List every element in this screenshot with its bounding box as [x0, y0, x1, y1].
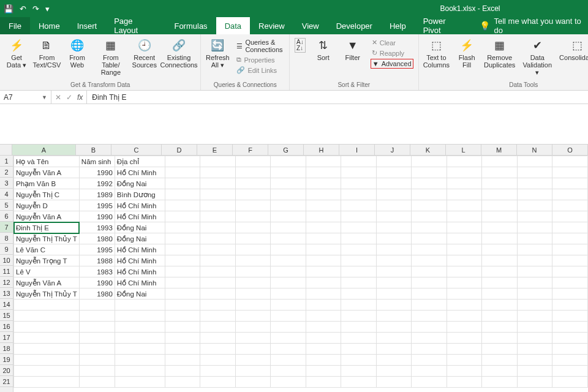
cell-O21[interactable] [552, 377, 588, 388]
cell-L14[interactable] [447, 300, 482, 311]
row-header-2[interactable]: 2 [0, 167, 13, 178]
cell-K14[interactable] [412, 300, 447, 311]
cell-E8[interactable] [200, 233, 236, 244]
row-header-18[interactable]: 18 [0, 343, 13, 354]
cell-A11[interactable]: Lê V [14, 266, 80, 277]
cell-E10[interactable] [200, 255, 236, 266]
cell-A4[interactable]: Nguyễn Thị C [14, 189, 80, 200]
remove-duplicates[interactable]: ▦RemoveDuplicates [484, 37, 514, 69]
cell-C11[interactable]: Hồ Chí Minh [115, 266, 165, 277]
cell-D5[interactable] [165, 200, 200, 211]
cell-C18[interactable] [115, 344, 165, 355]
tab-view[interactable]: View [293, 17, 328, 34]
formula-bar[interactable]: Đinh Thị E [87, 93, 588, 102]
cell-J3[interactable] [376, 178, 412, 189]
cell-O17[interactable] [552, 333, 588, 344]
cell-J11[interactable] [376, 266, 412, 277]
cell-B3[interactable]: 1992 [79, 178, 115, 189]
cell-L12[interactable] [447, 277, 482, 288]
row-header-20[interactable]: 20 [0, 365, 13, 376]
cell-A3[interactable]: Phạm Văn B [14, 178, 80, 189]
cell-B12[interactable]: 1990 [79, 277, 115, 288]
tab-home[interactable]: Home [30, 17, 69, 34]
cell-E15[interactable] [200, 311, 236, 322]
cell-D20[interactable] [165, 366, 200, 377]
filter[interactable]: ▼Filter [341, 37, 364, 61]
cell-I15[interactable] [341, 311, 377, 322]
cell-F17[interactable] [235, 333, 271, 344]
cell-H3[interactable] [306, 178, 341, 189]
cell-N10[interactable] [517, 255, 552, 266]
cell-G7[interactable] [271, 222, 306, 233]
cell-C12[interactable]: Hồ Chí Minh [115, 277, 165, 288]
cell-O18[interactable] [552, 344, 588, 355]
cell-H11[interactable] [306, 266, 341, 277]
cell-C16[interactable] [115, 322, 165, 333]
text-to-columns[interactable]: ⬚Text toColumns [424, 37, 450, 69]
cell-B15[interactable] [79, 311, 115, 322]
cell-H19[interactable] [306, 355, 341, 366]
cell-G1[interactable] [271, 156, 306, 167]
cell-M19[interactable] [482, 355, 518, 366]
cell-B20[interactable] [79, 366, 115, 377]
cell-L3[interactable] [447, 178, 482, 189]
cell-K12[interactable] [412, 277, 447, 288]
cell-L11[interactable] [447, 266, 482, 277]
cell-A1[interactable]: Họ và Tên [14, 156, 80, 167]
row-header-15[interactable]: 15 [0, 310, 13, 321]
cell-M10[interactable] [482, 255, 518, 266]
cell-A2[interactable]: Nguyễn Văn A [14, 167, 80, 178]
cell-J21[interactable] [376, 377, 412, 388]
cell-L5[interactable] [447, 200, 482, 211]
cell-F15[interactable] [235, 311, 271, 322]
row-header-10[interactable]: 10 [0, 255, 13, 266]
cell-C15[interactable] [115, 311, 165, 322]
tab-developer[interactable]: Developer [328, 17, 381, 34]
row-header-21[interactable]: 21 [0, 376, 13, 387]
cell-D16[interactable] [165, 322, 200, 333]
cell-M3[interactable] [482, 178, 518, 189]
flash-fill[interactable]: ⚡FlashFill [455, 37, 478, 69]
cell-L15[interactable] [447, 311, 482, 322]
cell-N19[interactable] [517, 355, 552, 366]
cell-B5[interactable]: 1995 [79, 200, 115, 211]
tab-power-pivot[interactable]: Power Pivot [415, 17, 473, 34]
cell-D18[interactable] [165, 344, 200, 355]
cell-I11[interactable] [341, 266, 377, 277]
cell-J14[interactable] [376, 300, 412, 311]
cell-C4[interactable]: Bình Dương [115, 189, 165, 200]
cell-O6[interactable] [552, 211, 588, 222]
cell-A9[interactable]: Lê Văn C [14, 244, 80, 255]
cell-J10[interactable] [376, 255, 412, 266]
cell-H20[interactable] [306, 366, 341, 377]
cell-I2[interactable] [341, 167, 377, 178]
cell-M4[interactable] [482, 189, 518, 200]
cell-L8[interactable] [447, 233, 482, 244]
cell-F3[interactable] [235, 178, 271, 189]
cancel-icon[interactable]: ✕ [55, 93, 61, 102]
name-box-dropdown-icon[interactable]: ▼ [42, 94, 47, 100]
cell-G4[interactable] [271, 189, 306, 200]
cell-F13[interactable] [235, 288, 271, 300]
queries-connections[interactable]: ☰Queries & Connections [235, 38, 284, 54]
cell-N21[interactable] [517, 377, 552, 388]
cell-E7[interactable] [200, 222, 236, 233]
cell-M16[interactable] [482, 322, 518, 333]
cell-K19[interactable] [412, 355, 447, 366]
cell-A8[interactable]: Nguyễn Thị Thủy T [14, 233, 80, 244]
cell-N16[interactable] [517, 322, 552, 333]
cell-I3[interactable] [341, 178, 377, 189]
cell-G2[interactable] [271, 167, 306, 178]
cell-I18[interactable] [341, 344, 377, 355]
cell-B6[interactable]: 1990 [79, 211, 115, 222]
fx-icon[interactable]: fx [77, 93, 83, 102]
cell-I21[interactable] [341, 377, 377, 388]
cell-N13[interactable] [517, 288, 552, 300]
cell-D7[interactable] [165, 222, 200, 233]
cell-A14[interactable] [14, 300, 80, 311]
cell-E5[interactable] [200, 200, 236, 211]
cell-B11[interactable]: 1983 [79, 266, 115, 277]
cell-O20[interactable] [552, 366, 588, 377]
cell-L6[interactable] [447, 211, 482, 222]
select-all-corner[interactable] [0, 145, 12, 156]
